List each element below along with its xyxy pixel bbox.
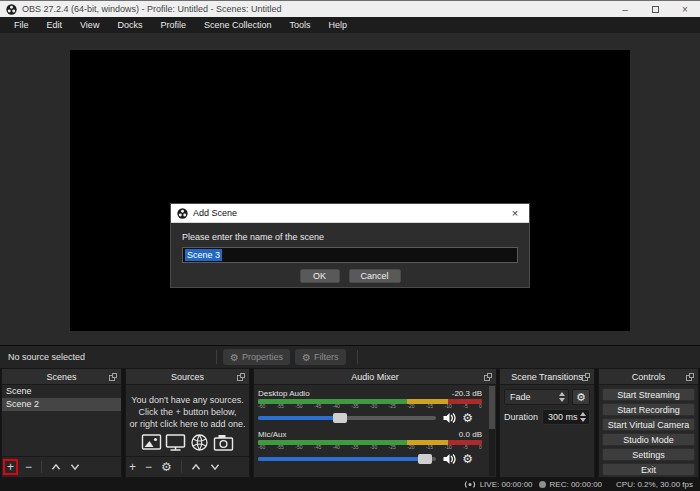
menu-profile[interactable]: Profile [151, 17, 195, 33]
duration-spinbox[interactable]: 300 ms [542, 409, 590, 425]
dock-popout-icon [582, 373, 590, 381]
studio-mode-button[interactable]: Studio Mode [602, 433, 695, 446]
scene-transitions-header[interactable]: Scene Transitions [500, 369, 594, 385]
filters-button[interactable]: ⚙ Filters [295, 349, 345, 365]
meter-tick-label: -25 [389, 404, 396, 410]
meter-tick-label: -10 [445, 445, 452, 451]
properties-button[interactable]: ⚙ Properties [223, 349, 290, 365]
scene-transitions-panel: Scene Transitions Fade ⚙ Duration 300 ms [499, 368, 595, 478]
live-time: LIVE: 00:00:00 [480, 480, 533, 489]
meter-tick-label: -20 [407, 445, 414, 451]
volume-slider[interactable] [258, 457, 436, 461]
separator [216, 350, 217, 364]
scenes-panel-header[interactable]: Scenes [2, 369, 121, 385]
volume-slider-fill [258, 416, 340, 420]
cancel-button[interactable]: Cancel [349, 269, 401, 283]
channel-name: Mic/Aux [258, 430, 286, 440]
meter-tick-label: 0 [479, 445, 482, 451]
cpu-text: CPU: 0.2%, 30.00 fps [616, 480, 693, 489]
status-bar: LIVE: 00:00:00 REC: 00:00:00 CPU: 0.2%, … [0, 478, 700, 491]
meter-tick-label: -30 [370, 404, 377, 410]
move-scene-up-button[interactable] [51, 463, 61, 471]
add-scene-button[interactable]: + [5, 461, 16, 473]
channel-name: Desktop Audio [258, 389, 310, 399]
scene-list-item-selected[interactable]: Scene 2 [2, 398, 121, 411]
duration-row: Duration 300 ms [504, 409, 590, 425]
menu-view[interactable]: View [71, 17, 108, 33]
move-source-up-button[interactable] [191, 463, 201, 471]
menu-docks[interactable]: Docks [108, 17, 151, 33]
volume-slider-row: ⚙ [258, 412, 482, 425]
mixer-scrollbar[interactable] [489, 386, 495, 476]
scene-name-input[interactable]: Scene 3 [182, 247, 518, 263]
dock-popout-icon [109, 373, 117, 381]
browser-source-icon [189, 434, 210, 451]
start-recording-button[interactable]: Start Recording [602, 403, 695, 416]
scenes-panel: Scenes Scene Scene 2 + − [1, 368, 122, 478]
window-controls: – × [610, 1, 700, 17]
menu-edit[interactable]: Edit [38, 17, 72, 33]
source-buttons: ⚙ Properties ⚙ Filters [210, 349, 363, 365]
sources-empty-message: You don't have any sources. Click the + … [126, 394, 249, 430]
ok-button[interactable]: OK [300, 269, 340, 283]
channel-settings-gear-icon[interactable]: ⚙ [462, 411, 473, 425]
live-status: LIVE: 00:00:00 [464, 480, 533, 489]
meter-tick-label: -55 [277, 445, 284, 451]
scene-list-item[interactable]: Scene [2, 385, 121, 398]
source-properties-button[interactable]: ⚙ [161, 461, 172, 473]
sources-empty-line: Click the + button below, [126, 406, 249, 418]
duration-value: 300 ms [548, 412, 578, 422]
meter-tick-label: -5 [463, 445, 467, 451]
mute-speaker-icon[interactable] [443, 412, 456, 424]
volume-slider[interactable] [258, 416, 436, 420]
remove-source-button[interactable]: − [145, 461, 152, 473]
dialog-close-button[interactable]: × [501, 207, 529, 219]
dialog-titlebar: Add Scene × [171, 204, 529, 223]
start-virtual-camera-button[interactable]: Start Virtual Camera [602, 418, 695, 431]
dock-row: Scenes Scene Scene 2 + − Sources Yo [0, 368, 700, 478]
move-source-down-button[interactable] [210, 463, 220, 471]
spinbox-arrows-icon[interactable] [580, 412, 586, 422]
transition-selected-value: Fade [510, 392, 531, 402]
volume-slider-handle[interactable] [333, 413, 347, 423]
channel-level: -20.3 dB [452, 389, 482, 399]
meter-tick-label: -60 [258, 445, 265, 451]
channel-head: Mic/Aux 0.0 dB [258, 430, 482, 440]
dialog-buttons: OK Cancel [171, 269, 529, 283]
transition-settings-button[interactable]: ⚙ [572, 389, 590, 405]
mixer-scrollbar-thumb[interactable] [489, 386, 495, 429]
add-source-button[interactable]: + [129, 461, 136, 473]
remove-scene-button[interactable]: − [25, 461, 32, 473]
maximize-button[interactable] [640, 1, 670, 17]
camera-source-icon [213, 434, 234, 451]
exit-button[interactable]: Exit [602, 463, 695, 476]
rec-status: REC: 00:00:00 [539, 480, 602, 489]
dialog-title: Add Scene [193, 208, 501, 218]
meter-scale: -60-55-50-45-40-35-30-25-20-15-10-50 [258, 404, 482, 411]
dock-popout-icon [484, 373, 492, 381]
audio-mixer-header[interactable]: Audio Mixer [254, 369, 496, 385]
volume-slider-handle[interactable] [418, 454, 432, 464]
channel-settings-gear-icon[interactable]: ⚙ [462, 452, 473, 466]
controls-header[interactable]: Controls [599, 369, 698, 385]
combo-spinner-icon[interactable] [559, 392, 565, 402]
menu-scene-collection[interactable]: Scene Collection [195, 17, 281, 33]
meter-tick-label: -45 [314, 404, 321, 410]
broadcast-icon [464, 480, 476, 489]
move-scene-down-button[interactable] [70, 463, 80, 471]
mixer-channel-desktop-audio: Desktop Audio -20.3 dB -60-55-50-45-40-3… [258, 389, 482, 425]
close-button[interactable]: × [670, 1, 700, 17]
transition-row: Fade ⚙ [504, 389, 590, 405]
menu-tools[interactable]: Tools [280, 17, 319, 33]
sources-panel-header[interactable]: Sources [126, 369, 249, 385]
settings-button[interactable]: Settings [602, 448, 695, 461]
properties-label: Properties [242, 352, 283, 362]
transition-select[interactable]: Fade [504, 389, 569, 405]
mute-speaker-icon[interactable] [443, 453, 456, 465]
preview-canvas[interactable] [70, 50, 630, 331]
minimize-button[interactable]: – [610, 1, 640, 17]
separator [357, 350, 358, 364]
menu-file[interactable]: File [5, 17, 38, 33]
start-streaming-button[interactable]: Start Streaming [602, 388, 695, 401]
menu-help[interactable]: Help [319, 17, 356, 33]
